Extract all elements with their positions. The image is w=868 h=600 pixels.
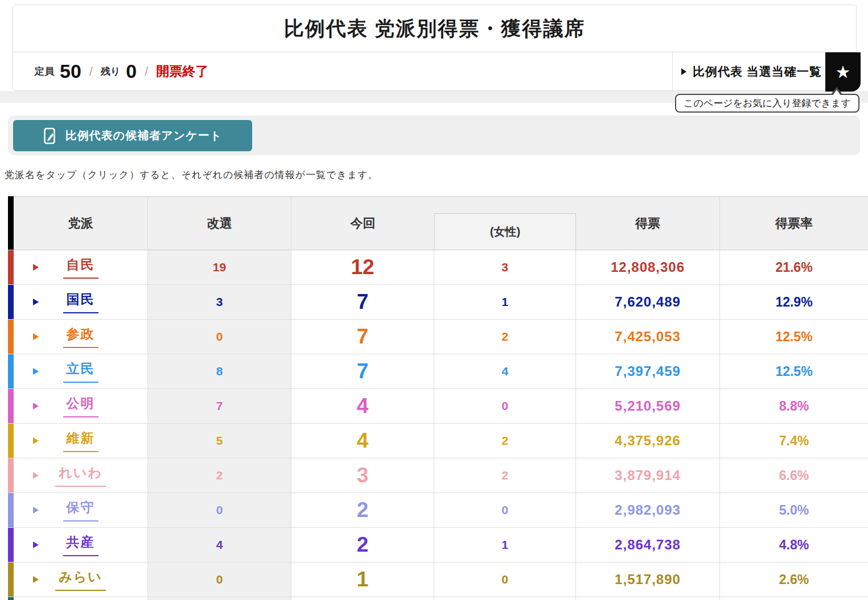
arrow-right-icon (33, 576, 39, 583)
votes-cell: 7,397,459 (576, 354, 720, 388)
slash-divider: / (145, 64, 148, 79)
table-row: 公明 7 4 0 5,210,569 8.8% (8, 389, 868, 424)
women-seats-cell: 1 (434, 528, 576, 562)
current-seats-cell: 1 (291, 562, 434, 597)
party-cell: れいわ (14, 458, 148, 493)
winners-list-link[interactable]: 比例代表 当選当確一覧 (676, 52, 828, 90)
arrow-right-icon (681, 68, 686, 75)
votes-cell: 2,864,738 (576, 528, 720, 562)
favorite-tooltip: このページをお気に入り登録できます (675, 94, 859, 113)
tooltip-notch-fill (832, 90, 841, 96)
last-seats-cell: 0 (148, 493, 291, 527)
arrow-right-icon (33, 333, 39, 340)
votes-cell: 2,982,093 (576, 493, 720, 527)
party-link[interactable]: 参政 (63, 325, 98, 348)
arrow-right-icon (33, 299, 39, 305)
survey-button[interactable]: 比例代表の候補者アンケート (13, 120, 252, 151)
vote-share-cell: 21.6% (720, 250, 868, 284)
party-color-bar (8, 458, 14, 493)
column-header-current: 今回 (291, 196, 434, 250)
slash-divider: / (89, 64, 93, 79)
women-seats-cell: 2 (434, 320, 576, 354)
vote-share-cell: 6.6% (720, 458, 868, 493)
instruction-text: 党派名をタップ（クリック）すると、それぞれの候補者の情報が一覧できます。 (5, 168, 379, 181)
party-link[interactable]: 維新 (63, 429, 98, 452)
vote-share-cell: 7.4% (720, 424, 868, 458)
party-color-bar (8, 250, 14, 284)
column-header-last: 改選 (148, 196, 291, 250)
women-seats-cell: 4 (434, 354, 576, 388)
status-badge: 開票終了 (156, 63, 208, 80)
vote-share-cell: 12.5% (720, 354, 868, 388)
vote-share-cell: 8.8% (720, 389, 868, 423)
votes-cell: 12,808,306 (576, 250, 720, 284)
party-link[interactable]: 国民 (63, 291, 98, 313)
table-row: みらい 0 1 0 1,517,890 2.6% (8, 562, 868, 597)
table-row: れいわ 2 3 2 3,879,914 6.6% (8, 458, 868, 493)
cutoff-votes-cell (576, 597, 720, 600)
column-header-party: 党派 (14, 196, 148, 250)
arrow-right-icon (33, 541, 39, 548)
header-color-bar (8, 196, 14, 250)
column-header-share: 得票率 (720, 196, 868, 250)
table-row: 自民 19 12 3 12,808,306 21.6% (8, 250, 868, 285)
party-cell: 公明 (14, 389, 148, 423)
last-seats-cell: 7 (148, 389, 291, 423)
party-cell: 維新 (14, 424, 148, 458)
women-seats-cell: 2 (434, 458, 576, 493)
table-row: 共産 4 2 1 2,864,738 4.8% (8, 528, 868, 562)
table-row-cutoff (8, 597, 868, 600)
table-row: 維新 5 4 2 4,375,926 7.4% (8, 424, 868, 458)
current-seats-cell: 2 (291, 493, 434, 527)
party-color-bar (8, 320, 14, 354)
survey-panel: 比例代表の候補者アンケート (8, 115, 860, 155)
last-seats-cell: 19 (148, 250, 291, 284)
party-color-bar (8, 285, 14, 319)
vote-share-cell: 12.9% (720, 285, 868, 319)
party-link[interactable]: 立民 (63, 360, 98, 383)
arrow-right-icon (33, 437, 39, 444)
survey-phone-icon (43, 127, 58, 144)
party-cell: 自民 (14, 250, 148, 284)
party-link[interactable]: れいわ (55, 464, 106, 487)
header-card: 比例代表 党派別得票・獲得議席 定員 50 / 残り 0 / 開票終了 比例代表… (13, 5, 857, 91)
cutoff-row-color-bar (8, 597, 14, 600)
page-title: 比例代表 党派別得票・獲得議席 (13, 5, 856, 52)
votes-cell: 1,517,890 (576, 562, 720, 597)
party-link[interactable]: 共産 (63, 533, 98, 556)
cutoff-last-cell (148, 597, 291, 600)
vote-share-cell: 5.0% (720, 493, 868, 527)
party-link[interactable]: 公明 (63, 395, 98, 417)
column-header-votes: 得票 (576, 196, 720, 250)
women-seats-cell: 0 (434, 389, 576, 423)
last-seats-cell: 0 (148, 562, 291, 597)
party-cell: 保守 (14, 493, 148, 527)
party-link[interactable]: みらい (55, 568, 106, 591)
current-seats-cell: 12 (291, 250, 434, 284)
party-link[interactable]: 自民 (63, 256, 98, 279)
favorite-button[interactable]: ★ (825, 52, 861, 92)
votes-cell: 3,879,914 (576, 458, 720, 493)
current-seats-cell: 7 (291, 285, 434, 319)
column-header-women: (女性) (434, 196, 576, 250)
cutoff-share-cell (720, 597, 868, 600)
last-seats-cell: 2 (148, 458, 291, 493)
vote-share-cell: 4.8% (720, 528, 868, 562)
party-color-bar (8, 562, 14, 597)
party-cell: 国民 (14, 285, 148, 319)
party-color-bar (8, 424, 14, 458)
vote-share-cell: 2.6% (720, 562, 868, 597)
survey-button-label: 比例代表の候補者アンケート (65, 128, 222, 143)
women-seats-cell: 1 (434, 285, 576, 319)
capacity-value: 50 (60, 60, 81, 82)
party-link[interactable]: 保守 (63, 499, 98, 522)
table-row: 保守 0 2 0 2,982,093 5.0% (8, 493, 868, 528)
women-seats-cell: 0 (434, 562, 576, 597)
cutoff-party-cell (14, 597, 148, 600)
vertical-divider (672, 52, 673, 90)
current-seats-cell: 7 (291, 354, 434, 388)
arrow-right-icon (33, 472, 39, 479)
votes-cell: 5,210,569 (576, 389, 720, 423)
votes-cell: 7,620,489 (576, 285, 720, 319)
women-seats-cell: 2 (434, 424, 576, 458)
